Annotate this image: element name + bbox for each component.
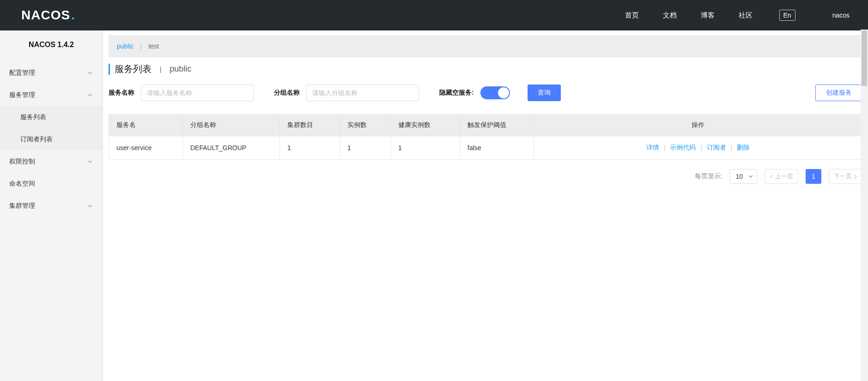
- pagination: 每页显示: 10 上一页 1 下一页: [109, 169, 862, 184]
- chevron-down-icon: [88, 159, 92, 164]
- page-title: 服务列表: [115, 63, 152, 75]
- sidebar-item-label: 订阅者列表: [20, 135, 53, 144]
- table-row: user-service DEFAULT_GROUP 1 1 1 false 详…: [109, 136, 862, 160]
- logo-dot-icon: .: [71, 8, 75, 23]
- group-name-label: 分组名称: [274, 89, 300, 97]
- service-table: 服务名 分组名称 集群数目 实例数 健康实例数 触发保护阈值 操作 user-s…: [109, 114, 862, 160]
- cell-threshold: false: [460, 136, 534, 160]
- chevron-right-icon: [854, 173, 857, 180]
- cell-clusters: 1: [280, 136, 340, 160]
- col-instances: 实例数: [340, 115, 391, 136]
- sidebar-item-label: 命名空间: [9, 180, 35, 188]
- sidebar-item-label: 集群管理: [9, 202, 35, 210]
- sidebar: NACOS 1.4.2 配置管理 服务管理 服务列表 订阅者列表 权限控制 命名…: [0, 30, 103, 381]
- nav-community[interactable]: 社区: [739, 11, 753, 20]
- op-subscribers-link[interactable]: 订阅者: [707, 144, 726, 151]
- title-accent-icon: [109, 64, 110, 75]
- namespace-tabs: public | test: [109, 35, 862, 57]
- divider-icon: |: [664, 144, 666, 151]
- prev-page-label: 上一页: [775, 172, 793, 181]
- per-page-value: 10: [735, 173, 743, 180]
- version-label: NACOS 1.4.2: [0, 30, 103, 62]
- create-service-button[interactable]: 创建服务: [815, 85, 862, 101]
- user-name[interactable]: nacos: [832, 12, 850, 19]
- sidebar-item-label: 服务管理: [9, 91, 35, 99]
- scrollbar[interactable]: [861, 30, 868, 381]
- chevron-down-icon: [88, 204, 92, 208]
- lang-switch-button[interactable]: En: [779, 10, 795, 21]
- scrollbar-thumb-icon: [862, 30, 867, 86]
- divider-icon: |: [731, 144, 733, 151]
- chevron-up-icon: [88, 93, 92, 97]
- sidebar-item-subscriber-list[interactable]: 订阅者列表: [0, 128, 103, 151]
- chevron-down-icon: [88, 71, 92, 75]
- op-sample-code-link[interactable]: 示例代码: [670, 144, 696, 151]
- sidebar-item-cluster-mgmt[interactable]: 集群管理: [0, 195, 103, 217]
- col-name: 服务名: [109, 115, 183, 136]
- col-group: 分组名称: [183, 115, 280, 136]
- service-name-input[interactable]: [141, 85, 254, 101]
- nav-docs[interactable]: 文档: [663, 11, 677, 20]
- nav-blog[interactable]: 博客: [701, 11, 715, 20]
- chevron-left-icon: [770, 173, 773, 180]
- col-threshold: 触发保护阈值: [460, 115, 534, 136]
- col-ops: 操作: [534, 115, 862, 136]
- prev-page-button[interactable]: 上一页: [765, 169, 798, 184]
- service-name-label: 服务名称: [109, 89, 134, 97]
- sidebar-item-service-list[interactable]: 服务列表: [0, 106, 103, 128]
- hide-empty-toggle[interactable]: [480, 86, 510, 99]
- sidebar-item-label: 权限控制: [9, 157, 35, 166]
- cell-name: user-service: [109, 136, 183, 160]
- divider-icon: |: [700, 144, 702, 151]
- toggle-knob-icon: [498, 87, 509, 98]
- cell-ops: 详情 | 示例代码 | 订阅者 | 删除: [534, 136, 862, 160]
- page-number-current[interactable]: 1: [806, 169, 821, 184]
- cell-healthy: 1: [391, 136, 460, 160]
- next-page-button[interactable]: 下一页: [829, 169, 862, 184]
- chevron-down-icon: [748, 173, 753, 180]
- sidebar-item-service-mgmt[interactable]: 服务管理: [0, 84, 103, 106]
- cell-instances: 1: [340, 136, 391, 160]
- op-detail-link[interactable]: 详情: [646, 144, 659, 151]
- sidebar-item-label: 配置管理: [9, 69, 35, 77]
- search-button[interactable]: 查询: [528, 85, 561, 101]
- top-bar: NACOS. 首页 文档 博客 社区 En nacos: [0, 0, 868, 30]
- namespace-tab-public[interactable]: public: [117, 42, 134, 50]
- sidebar-item-config-mgmt[interactable]: 配置管理: [0, 62, 103, 84]
- page-title-row: 服务列表 | public: [109, 63, 862, 75]
- top-nav: 首页 文档 博客 社区 En nacos: [625, 10, 850, 21]
- cell-group: DEFAULT_GROUP: [183, 136, 280, 160]
- main-content: public | test 服务列表 | public 服务名称 分组名称 隐藏…: [103, 30, 868, 381]
- divider-icon: |: [140, 42, 142, 50]
- sidebar-item-label: 服务列表: [20, 113, 46, 121]
- search-row: 服务名称 分组名称 隐藏空服务: 查询 创建服务: [109, 85, 862, 101]
- next-page-label: 下一页: [834, 172, 852, 181]
- sidebar-item-perm-control[interactable]: 权限控制: [0, 151, 103, 173]
- op-delete-link[interactable]: 删除: [737, 144, 750, 151]
- sidebar-item-namespace[interactable]: 命名空间: [0, 173, 103, 195]
- logo[interactable]: NACOS.: [21, 8, 75, 23]
- nav-home[interactable]: 首页: [625, 11, 639, 20]
- divider-icon: |: [156, 66, 165, 73]
- logo-text: NACOS: [21, 8, 70, 23]
- col-clusters: 集群数目: [280, 115, 340, 136]
- group-name-input[interactable]: [306, 85, 419, 101]
- table-header-row: 服务名 分组名称 集群数目 实例数 健康实例数 触发保护阈值 操作: [109, 115, 862, 136]
- per-page-select[interactable]: 10: [729, 169, 757, 184]
- namespace-tab-test[interactable]: test: [148, 42, 159, 50]
- col-healthy: 健康实例数: [391, 115, 460, 136]
- per-page-label: 每页显示:: [695, 172, 722, 181]
- hide-empty-label: 隐藏空服务:: [439, 89, 474, 97]
- page-title-namespace: public: [170, 64, 191, 74]
